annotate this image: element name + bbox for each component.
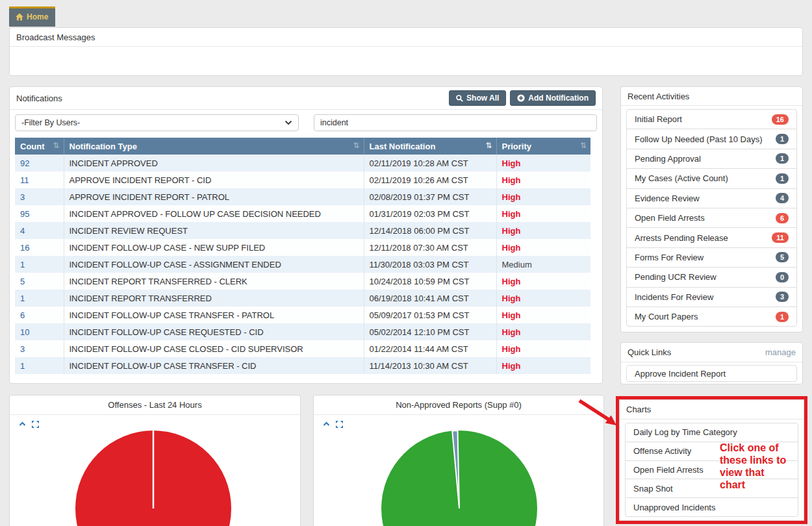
table-row: 5 INCIDENT REPORT TRANSFERRED - CLERK 10…	[15, 273, 590, 290]
notification-count-link[interactable]: 95	[15, 205, 64, 222]
notification-type: INCIDENT FOLLOW-UP CASE - ASSIGNMENT END…	[64, 256, 364, 273]
count-badge: 0	[776, 272, 789, 282]
notification-count-link[interactable]: 16	[15, 239, 64, 256]
count-badge: 3	[776, 292, 789, 302]
notification-priority: Medium	[496, 256, 590, 273]
notification-priority: High	[496, 171, 590, 188]
plus-circle-icon	[517, 94, 525, 102]
nonapproved-pie-chart[interactable]	[314, 415, 603, 526]
notifications-title: Notifications	[16, 94, 62, 103]
notification-last: 12/11/2018 07:30 AM CST	[364, 239, 496, 256]
notification-search-input[interactable]	[314, 114, 597, 131]
column-header[interactable]: Priority ⇅	[496, 138, 590, 155]
column-header[interactable]: Notification Type ⇅	[64, 138, 364, 155]
tab-home-label: Home	[27, 12, 48, 21]
table-row: 92 INCIDENT APPROVED 02/11/2019 10:28 AM…	[15, 155, 590, 171]
recent-activity-item[interactable]: Follow Up Needed (Past 10 Days) 1	[626, 129, 797, 149]
notification-type: INCIDENT FOLLOW-UP CASE REQUESTED - CID	[64, 323, 364, 340]
notification-type: INCIDENT REPORT TRANSFERRED	[64, 290, 364, 307]
column-header[interactable]: Last Notification ⇅	[364, 138, 496, 155]
count-badge: 11	[772, 232, 789, 243]
offenses-chart-panel: Offenses - Last 24 Hours	[9, 395, 301, 526]
table-row: 3 APPROVE INCIDENT REPORT - PATROL 02/08…	[15, 188, 590, 205]
notification-count-link[interactable]: 10	[15, 323, 64, 340]
chart-link-item[interactable]: Unapproved Incidents	[625, 497, 798, 517]
home-dashboard: Home Broadcast Messages Notifications Sh…	[0, 0, 812, 526]
show-all-button[interactable]: Show All	[449, 90, 506, 106]
recent-activity-item[interactable]: Evidence Review 4	[626, 188, 797, 208]
filter-by-users-select[interactable]: -Filter By Users-	[15, 114, 299, 131]
notification-count-link[interactable]: 3	[15, 340, 64, 357]
annotation-arrow	[575, 392, 622, 431]
tab-home[interactable]: Home	[9, 6, 55, 27]
notification-last: 05/02/2014 12:10 PM CST	[364, 323, 496, 340]
recent-activity-item[interactable]: Pending Approval 1	[626, 149, 797, 169]
count-badge: 4	[776, 193, 789, 203]
notification-priority: High	[496, 357, 590, 374]
table-row: 3 INCIDENT FOLLOW-UP CASE CLOSED - CID S…	[15, 340, 590, 357]
notification-priority: High	[496, 307, 590, 323]
notification-count-link[interactable]: 1	[15, 256, 64, 273]
sort-icon[interactable]: ⇅	[485, 141, 492, 150]
notification-priority: High	[496, 290, 590, 307]
table-row: 1 INCIDENT FOLLOW-UP CASE - ASSIGNMENT E…	[15, 256, 590, 273]
notification-count-link[interactable]: 92	[15, 155, 64, 171]
sort-icon[interactable]: ⇅	[353, 141, 359, 150]
broadcast-messages-title: Broadcast Messages	[16, 32, 95, 42]
notification-count-link[interactable]: 6	[15, 307, 64, 323]
recent-activity-item[interactable]: Initial Report 16	[626, 109, 797, 129]
chart-link-item[interactable]: Daily Log by Time Category	[625, 423, 798, 442]
sort-icon[interactable]: ⇅	[580, 141, 587, 150]
recent-activity-item[interactable]: Arrests Pending Release 11	[626, 227, 797, 247]
manage-link[interactable]: manage	[765, 347, 796, 357]
notification-priority: High	[496, 239, 590, 256]
count-badge: 16	[772, 114, 789, 125]
notification-type: INCIDENT FOLLOW-UP CASE - NEW SUPP FILED	[64, 239, 364, 256]
table-row: 95 INCIDENT APPROVED - FOLLOW UP CASE DE…	[15, 205, 590, 222]
quick-links-panel: Quick Links manage Approve Incident Repo…	[620, 342, 803, 384]
add-notification-button[interactable]: Add Notification	[510, 90, 596, 106]
recent-activity-item[interactable]: Forms For Review 5	[626, 247, 797, 268]
notification-count-link[interactable]: 4	[15, 222, 64, 239]
nonapproved-chart-title: Non-Approved Reports (Supp #0)	[396, 400, 522, 410]
notification-type: INCIDENT APPROVED - FOLLOW UP CASE DECIS…	[64, 205, 364, 222]
collapse-chevron-icon[interactable]	[19, 421, 26, 428]
annotation-text: Click one ofthese links toview thatchart	[720, 442, 811, 491]
home-icon	[16, 13, 23, 21]
table-row: 6 INCIDENT FOLLOW-UP CASE TRANSFER - PAT…	[15, 307, 590, 323]
notifications-table-header: Count ⇅ Notification Type ⇅ Last Notific…	[15, 138, 590, 155]
notification-count-link[interactable]: 3	[15, 188, 64, 205]
notification-count-link[interactable]: 5	[15, 273, 64, 290]
notification-count-link[interactable]: 11	[15, 171, 64, 188]
notifications-panel: Notifications Show All Add Notificati	[9, 86, 603, 384]
notification-type: APPROVE INCIDENT REPORT - CID	[64, 171, 364, 188]
recent-activity-item[interactable]: Pending UCR Review 0	[626, 267, 797, 287]
notification-last: 10/24/2018 10:59 PM CST	[364, 273, 496, 290]
notification-priority: High	[496, 340, 590, 357]
broadcast-messages-panel: Broadcast Messages	[9, 27, 803, 76]
notifications-table: Count ⇅ Notification Type ⇅ Last Notific…	[15, 138, 590, 374]
table-row: 10 INCIDENT FOLLOW-UP CASE REQUESTED - C…	[15, 323, 590, 340]
quick-links-list: Approve Incident Report	[626, 365, 797, 382]
table-row: 16 INCIDENT FOLLOW-UP CASE - NEW SUPP FI…	[15, 239, 590, 256]
notification-count-link[interactable]: 1	[15, 357, 64, 374]
expand-icon[interactable]	[336, 421, 343, 428]
quick-link-item[interactable]: Approve Incident Report	[626, 365, 797, 382]
recent-activity-item[interactable]: Open Field Arrests 6	[626, 208, 797, 228]
offenses-pie-chart[interactable]	[10, 415, 300, 526]
notification-count-link[interactable]: 1	[15, 290, 64, 307]
notification-last: 02/11/2019 10:28 AM CST	[364, 155, 496, 171]
recent-activity-item[interactable]: Incidents For Review 3	[626, 287, 797, 307]
expand-icon[interactable]	[32, 421, 39, 428]
chevron-down-icon	[285, 120, 292, 125]
sort-icon[interactable]: ⇅	[53, 141, 59, 150]
collapse-chevron-icon[interactable]	[323, 421, 330, 428]
notification-last: 01/31/2019 02:03 PM CST	[364, 205, 496, 222]
notification-last: 02/08/2019 01:37 PM CST	[364, 188, 496, 205]
notification-last: 05/09/2017 01:53 PM CST	[364, 307, 496, 323]
count-badge: 1	[776, 312, 789, 322]
column-header[interactable]: Count ⇅	[15, 138, 64, 155]
notification-last: 06/19/2018 10:41 AM CST	[364, 290, 496, 307]
recent-activity-item[interactable]: My Cases (Active Count) 1	[626, 168, 797, 188]
recent-activity-item[interactable]: My Court Papers 1	[626, 307, 797, 327]
